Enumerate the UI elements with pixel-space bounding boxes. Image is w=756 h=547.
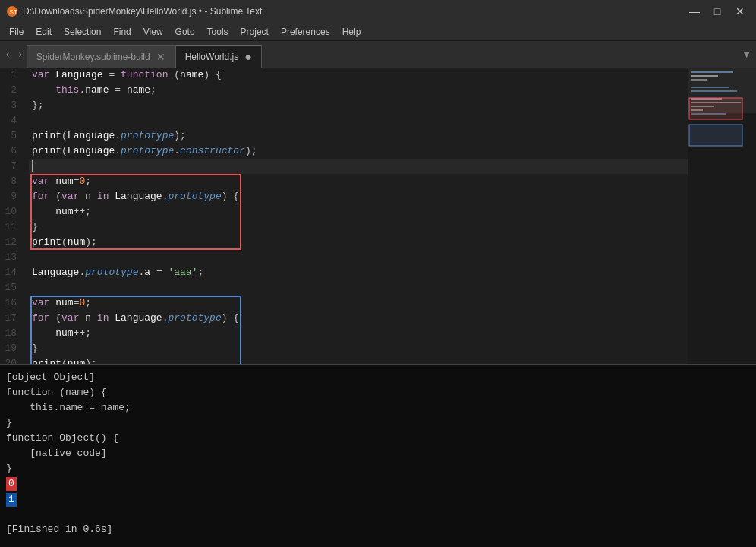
code-line-1: var Language = function (name) { bbox=[29, 68, 688, 83]
console-line-4: } bbox=[6, 416, 750, 431]
code-line-13 bbox=[29, 250, 688, 265]
line-num-9: 9 bbox=[3, 189, 23, 204]
line-num-11: 11 bbox=[3, 220, 23, 235]
code-editor[interactable]: var Language = function (name) { this.na… bbox=[29, 68, 688, 364]
code-line-6: print(Language.prototype.constructor); bbox=[29, 144, 688, 159]
code-line-15 bbox=[29, 280, 688, 296]
line-num-19: 19 bbox=[3, 341, 23, 356]
text-cursor bbox=[32, 160, 33, 172]
tab-helloworld-label: HelloWorld.js bbox=[185, 52, 238, 62]
console-line-8: 0 bbox=[6, 476, 750, 492]
code-line-7 bbox=[29, 159, 688, 174]
line-num-13: 13 bbox=[3, 250, 23, 265]
code-line-8: var num=0; bbox=[29, 174, 688, 189]
tabbar: ‹ › SpiderMonkey.sublime-build ✕ HelloWo… bbox=[0, 41, 756, 68]
line-num-10: 10 bbox=[3, 204, 23, 220]
minimap-viewport bbox=[688, 68, 756, 113]
svg-rect-13 bbox=[689, 125, 742, 146]
line-num-12: 12 bbox=[3, 235, 23, 250]
line-num-3: 3 bbox=[3, 98, 23, 113]
tab-prev-arrow[interactable]: ‹ bbox=[2, 47, 14, 62]
console-line-7: } bbox=[6, 461, 750, 476]
line-num-20: 20 bbox=[3, 356, 23, 364]
code-line-4 bbox=[29, 113, 688, 128]
code-line-12: print(num); bbox=[29, 235, 688, 250]
tab-helloworld-modified[interactable]: ● bbox=[244, 51, 252, 63]
line-num-7: 7 bbox=[3, 159, 23, 174]
line-num-14: 14 bbox=[3, 265, 23, 280]
menu-find[interactable]: Find bbox=[107, 24, 137, 40]
code-line-17: for (var n in Language.prototype) { bbox=[29, 311, 688, 326]
tab-helloworld[interactable]: HelloWorld.js ● bbox=[175, 45, 262, 68]
line-num-18: 18 bbox=[3, 326, 23, 341]
code-line-2: this.name = name; bbox=[29, 83, 688, 98]
line-num-4: 4 bbox=[3, 113, 23, 128]
code-line-9: for (var n in Language.prototype) { bbox=[29, 189, 688, 204]
line-numbers: 1 2 3 4 5 6 7 8 9 10 11 12 13 14 15 16 1… bbox=[0, 68, 29, 364]
console-line-11: [Finished in 0.6s] bbox=[6, 522, 750, 537]
code-line-5: print(Language.prototype); bbox=[29, 128, 688, 144]
code-line-16: var num=0; bbox=[29, 296, 688, 311]
titlebar: ST D:\Downloads\SpiderMonkey\HelloWorld.… bbox=[0, 0, 756, 23]
menu-edit[interactable]: Edit bbox=[30, 24, 58, 40]
console-output: [object Object] function (name) { this.n… bbox=[0, 364, 756, 547]
line-num-15: 15 bbox=[3, 280, 23, 296]
editor-container: 1 2 3 4 5 6 7 8 9 10 11 12 13 14 15 16 1… bbox=[0, 68, 756, 364]
window-title: D:\Downloads\SpiderMonkey\HelloWorld.js … bbox=[23, 6, 262, 17]
menu-goto[interactable]: Goto bbox=[169, 24, 201, 40]
menu-selection[interactable]: Selection bbox=[58, 24, 107, 40]
tab-spidermonkey-close[interactable]: ✕ bbox=[156, 52, 165, 62]
line-num-8: 8 bbox=[3, 174, 23, 189]
line-num-6: 6 bbox=[3, 144, 23, 159]
window-controls: — □ ✕ bbox=[685, 4, 750, 19]
tab-spidermonkey-label: SpiderMonkey.sublime-build bbox=[36, 52, 150, 62]
minimap[interactable] bbox=[688, 68, 756, 364]
maximize-button[interactable]: □ bbox=[707, 4, 727, 19]
console-highlight-zero: 0 bbox=[6, 477, 17, 491]
console-line-3: this.name = name; bbox=[6, 400, 750, 416]
svg-text:ST: ST bbox=[9, 8, 18, 16]
console-line-6: [native code] bbox=[6, 446, 750, 461]
close-button[interactable]: ✕ bbox=[730, 4, 750, 19]
titlebar-left: ST D:\Downloads\SpiderMonkey\HelloWorld.… bbox=[6, 5, 262, 17]
code-line-20: print(num); bbox=[29, 356, 688, 364]
console-line-9: 1 bbox=[6, 492, 750, 507]
console-line-2: function (name) { bbox=[6, 385, 750, 400]
console-line-5: function Object() { bbox=[6, 431, 750, 446]
menu-preferences[interactable]: Preferences bbox=[275, 24, 336, 40]
menu-project[interactable]: Project bbox=[235, 24, 275, 40]
menu-tools[interactable]: Tools bbox=[201, 24, 235, 40]
console-line-10 bbox=[6, 507, 750, 522]
menu-file[interactable]: File bbox=[3, 24, 30, 40]
code-line-14: Language.prototype.a = 'aaa'; bbox=[29, 265, 688, 280]
line-num-5: 5 bbox=[3, 128, 23, 144]
console-line-1: [object Object] bbox=[6, 370, 750, 385]
menu-view[interactable]: View bbox=[137, 24, 169, 40]
code-line-19: } bbox=[29, 341, 688, 356]
console-highlight-one: 1 bbox=[6, 493, 17, 507]
tab-spidermonkey[interactable]: SpiderMonkey.sublime-build ✕ bbox=[27, 45, 175, 68]
tab-dropdown-button[interactable]: ▼ bbox=[738, 41, 756, 68]
menu-help[interactable]: Help bbox=[336, 24, 367, 40]
tab-next-arrow[interactable]: › bbox=[14, 47, 26, 62]
line-num-16: 16 bbox=[3, 296, 23, 311]
minimize-button[interactable]: — bbox=[685, 4, 704, 19]
code-line-10: num++; bbox=[29, 204, 688, 220]
menubar: File Edit Selection Find View Goto Tools… bbox=[0, 23, 756, 41]
app-icon: ST bbox=[6, 5, 18, 17]
line-num-1: 1 bbox=[3, 68, 23, 83]
code-line-3: }; bbox=[29, 98, 688, 113]
line-num-17: 17 bbox=[3, 311, 23, 326]
line-num-2: 2 bbox=[3, 83, 23, 98]
code-line-11: } bbox=[29, 220, 688, 235]
code-line-18: num++; bbox=[29, 326, 688, 341]
